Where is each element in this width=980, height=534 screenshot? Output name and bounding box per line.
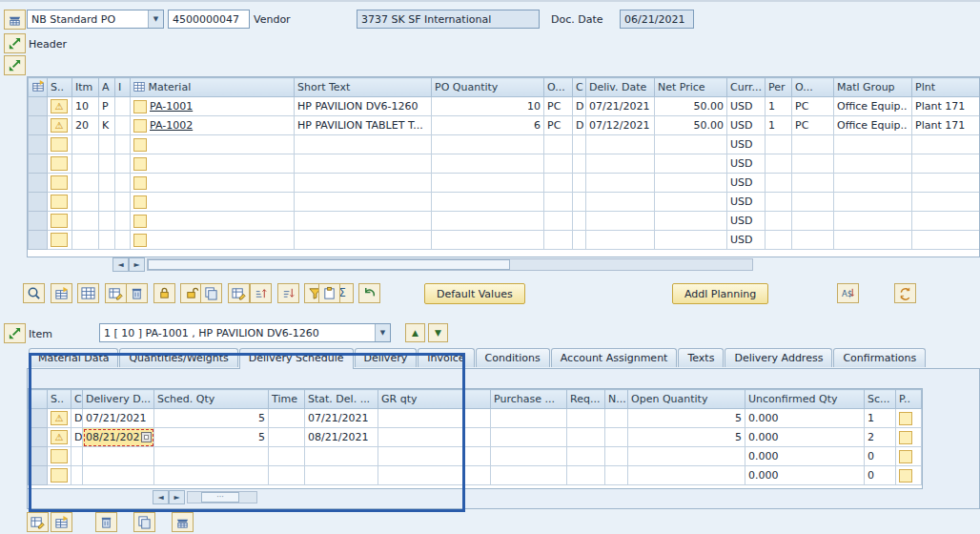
cell[interactable]: [912, 135, 980, 154]
select-all-header[interactable]: [29, 78, 48, 97]
search-icon[interactable]: [23, 283, 45, 303]
delivery-date-cell[interactable]: 07/21/2021: [83, 409, 154, 428]
col-header[interactable]: GR qty: [378, 390, 491, 409]
deliv-date-cell[interactable]: 07/21/2021: [586, 97, 655, 116]
purchase-req-cell[interactable]: [491, 428, 567, 447]
cell[interactable]: [99, 231, 115, 250]
cell[interactable]: [71, 466, 83, 485]
row-select-cell[interactable]: [29, 116, 48, 135]
cell[interactable]: [655, 135, 727, 154]
status-input[interactable]: [51, 233, 68, 247]
doc-date-field[interactable]: [620, 10, 694, 29]
po-number-field[interactable]: [168, 10, 250, 29]
cell[interactable]: [586, 231, 655, 250]
cell[interactable]: [792, 174, 834, 193]
unconfirmed-qty-cell[interactable]: 0.000: [745, 447, 865, 466]
cell[interactable]: [432, 212, 544, 231]
curr-cell[interactable]: USD: [727, 154, 766, 174]
copy-item-icon[interactable]: [200, 283, 222, 303]
tab-material-data[interactable]: Material Data: [29, 348, 118, 367]
row-select-cell[interactable]: [29, 466, 48, 485]
curr-cell[interactable]: USD: [727, 193, 766, 212]
cell[interactable]: [573, 231, 586, 250]
row-select-cell[interactable]: [29, 428, 48, 447]
col-header[interactable]: Stat. Del. ...: [305, 390, 378, 409]
cell[interactable]: [99, 135, 115, 154]
cell[interactable]: [544, 135, 573, 154]
row-select-cell[interactable]: [29, 409, 48, 428]
cell[interactable]: [655, 193, 727, 212]
cell[interactable]: [655, 174, 727, 193]
document-overview-icon[interactable]: [172, 512, 194, 532]
insert-line-icon[interactable]: [27, 512, 49, 532]
item-detail-icon[interactable]: [77, 283, 99, 303]
tab-delivery-address[interactable]: Delivery Address: [725, 348, 832, 367]
material-cell[interactable]: PA-1002: [131, 116, 295, 135]
row-select-cell[interactable]: [29, 97, 48, 116]
status-cell[interactable]: [48, 154, 72, 174]
cat-cell[interactable]: D: [573, 116, 586, 135]
status-input[interactable]: [51, 175, 68, 190]
delivery-date-cell-selected[interactable]: 08/21/2021: [83, 428, 154, 447]
import-clipboard-icon[interactable]: [318, 283, 340, 303]
cell[interactable]: [378, 447, 491, 466]
cell[interactable]: [432, 193, 544, 212]
tab-texts[interactable]: Texts: [678, 348, 724, 367]
cell[interactable]: [792, 231, 834, 250]
material-cell[interactable]: [131, 154, 295, 174]
cell[interactable]: [573, 193, 586, 212]
p-cell[interactable]: [896, 466, 922, 485]
col-header[interactable]: Plnt: [912, 78, 980, 97]
row-select-cell[interactable]: [29, 154, 48, 174]
tab-conditions[interactable]: Conditions: [476, 348, 550, 367]
curr-cell[interactable]: USD: [727, 174, 766, 193]
itm-cell[interactable]: 20: [72, 116, 99, 135]
matl-group-cell[interactable]: Office Equip..: [834, 116, 912, 135]
cell[interactable]: [544, 231, 573, 250]
deliv-date-cell[interactable]: 07/12/2021: [586, 116, 655, 135]
cell[interactable]: [115, 231, 131, 250]
scroll-right-icon[interactable]: ►: [129, 257, 145, 272]
curr-cell[interactable]: USD: [727, 231, 766, 250]
sc-cell[interactable]: 1: [865, 409, 896, 428]
row-select-cell[interactable]: [29, 447, 48, 466]
col-header[interactable]: Open Quantity: [628, 390, 745, 409]
col-header[interactable]: C: [71, 390, 83, 409]
status-cell[interactable]: ⚠: [48, 97, 72, 116]
acct-cat-cell[interactable]: P: [99, 97, 115, 116]
n-cell[interactable]: [605, 428, 628, 447]
cell[interactable]: [544, 174, 573, 193]
cell[interactable]: [834, 135, 912, 154]
per-cell[interactable]: 1: [766, 97, 792, 116]
col-header[interactable]: A: [99, 78, 115, 97]
cell[interactable]: [432, 154, 544, 174]
cell[interactable]: [834, 154, 912, 174]
col-header[interactable]: Short Text: [295, 78, 432, 97]
cell[interactable]: [655, 154, 727, 174]
time-cell[interactable]: [269, 409, 305, 428]
status-cell[interactable]: ⚠: [48, 116, 72, 135]
cell[interactable]: [834, 193, 912, 212]
per-cell[interactable]: 1: [766, 116, 792, 135]
tab-quantities-weights[interactable]: Quantities/Weights: [119, 348, 237, 367]
material-cell[interactable]: [131, 231, 295, 250]
status-input[interactable]: [51, 214, 68, 228]
status-input[interactable]: [51, 137, 68, 152]
row-select-cell[interactable]: [29, 135, 48, 154]
open-qty-cell[interactable]: 5: [628, 428, 745, 447]
cell[interactable]: [115, 154, 131, 174]
material-cell[interactable]: PA-1001: [131, 97, 295, 116]
delete-line-icon[interactable]: [95, 512, 117, 532]
vendor-field[interactable]: [357, 10, 540, 29]
col-header[interactable]: PO Quantity: [432, 78, 544, 97]
cell[interactable]: [432, 135, 544, 154]
tab-delivery-schedule[interactable]: Delivery Schedule: [239, 348, 354, 369]
cell[interactable]: [655, 212, 727, 231]
cell[interactable]: [432, 231, 544, 250]
expand-item-detail-icon[interactable]: [4, 323, 26, 343]
gr-qty-cell[interactable]: [378, 409, 491, 428]
col-header[interactable]: Per: [766, 78, 792, 97]
plant-cell[interactable]: Plant 171: [912, 97, 980, 116]
req-cell[interactable]: [567, 409, 605, 428]
dropdown-arrow-icon[interactable]: ▼: [375, 324, 390, 341]
